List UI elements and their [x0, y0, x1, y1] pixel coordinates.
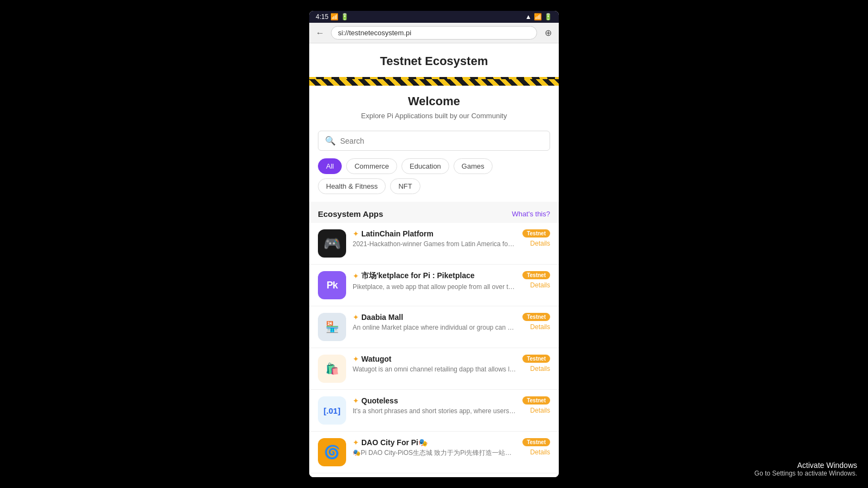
app-desc: An online Market place where individual … [353, 323, 516, 332]
whats-this-link[interactable]: What's this? [512, 210, 550, 218]
filter-commerce[interactable]: Commerce [346, 158, 397, 174]
star-icon: ✦ [353, 396, 359, 405]
app-name: Quoteless [361, 396, 398, 405]
app-info-quoteless: ✦ Quoteless It's a short phrases and sho… [353, 396, 516, 416]
windows-activation-notice: Activate Windows Go to Settings to activ… [755, 461, 857, 477]
status-time: 4:15 📶 🔋 [316, 13, 349, 21]
app-icon-quoteless: [.01] [318, 396, 346, 425]
welcome-heading: Welcome [318, 94, 550, 108]
app-name: 市场'ketplace for Pi : Piketplace [361, 271, 475, 281]
app-badges: Testnet Details [522, 313, 550, 331]
testnet-badge: Testnet [522, 229, 550, 237]
testnet-badge: Testnet [522, 438, 550, 446]
app-name-row: ✦ Watugot [353, 355, 516, 363]
app-badges: Testnet Details [522, 229, 550, 247]
app-list: 🎮 ✦ LatinChain Platform 2021-Hackathon-w… [309, 223, 559, 477]
search-box[interactable]: 🔍 [318, 131, 550, 151]
app-name-row: ✦ 市场'ketplace for Pi : Piketplace [353, 271, 516, 281]
app-desc: Piketplace, a web app that allow people … [353, 282, 516, 292]
app-badges: Testnet Details [522, 396, 550, 414]
section-title: Ecosystem Apps [318, 209, 383, 219]
app-name-row: ✦ DAO City For Pi🎭 [353, 438, 516, 447]
app-desc: 2021-Hackathon-winner Games from Latin A… [353, 240, 516, 249]
app-name-row: ✦ LatinChain Platform [353, 229, 516, 238]
details-link[interactable]: Details [530, 240, 550, 247]
details-link[interactable]: Details [530, 365, 550, 373]
app-icon-daabia: 🏪 [318, 313, 346, 341]
app-desc: Watugot is an omni channel retailing dap… [353, 365, 516, 374]
app-name: Daabia Mall [361, 313, 403, 322]
app-name: DAO City For Pi🎭 [361, 438, 427, 447]
content-area: Testnet Ecosystem Welcome Explore Pi App… [309, 43, 559, 477]
filter-games[interactable]: Games [454, 158, 493, 174]
list-item: Pk ✦ 市场'ketplace for Pi : Piketplace Pik… [309, 265, 559, 306]
back-button[interactable]: ← [314, 27, 327, 40]
star-icon: ✦ [353, 272, 359, 280]
app-info-daabia: ✦ Daabia Mall An online Market place whe… [353, 313, 516, 332]
testnet-badge: Testnet [522, 396, 550, 404]
hazard-stripe [309, 79, 559, 86]
star-icon: ✦ [353, 355, 359, 363]
filter-section: All Commerce Education Games Health & Fi… [309, 158, 559, 202]
list-item: 🛍️ ✦ Watugot Watugot is an omni channel … [309, 348, 559, 390]
testnet-badge: Testnet [522, 313, 550, 321]
url-bar[interactable]: si://testnetecosystem.pi [331, 26, 537, 40]
details-link[interactable]: Details [530, 448, 550, 456]
app-info-piketplace: ✦ 市场'ketplace for Pi : Piketplace Piketp… [353, 271, 516, 292]
filter-education[interactable]: Education [401, 158, 449, 174]
status-bar: 4:15 📶 🔋 ▲ 📶 🔋 [309, 11, 559, 23]
app-info-latinchain: ✦ LatinChain Platform 2021-Hackathon-win… [353, 229, 516, 249]
filter-all[interactable]: All [318, 158, 342, 174]
details-link[interactable]: Details [530, 281, 550, 289]
app-badges: Testnet Details [522, 438, 550, 456]
list-item: 🎤 ✦ Voice of Pi Voice of Pi is a Social … [309, 473, 559, 477]
header-stripe: Testnet Ecosystem [309, 43, 559, 79]
star-icon: ✦ [353, 313, 359, 322]
page-title: Testnet Ecosystem [318, 54, 550, 68]
filter-nft[interactable]: NFT [390, 178, 420, 194]
page-title-section: Testnet Ecosystem [309, 43, 559, 77]
app-desc: 🎭Pi DAO City-PiOS生态城 致力于为Pi先锋打造一站式综合性生态城… [353, 448, 516, 458]
app-name-row: ✦ Quoteless [353, 396, 516, 405]
search-icon: 🔍 [325, 136, 336, 146]
list-item: 🌀 ✦ DAO City For Pi🎭 🎭Pi DAO City-PiOS生态… [309, 432, 559, 473]
app-name: Watugot [361, 355, 391, 363]
browser-bar: ← si://testnetecosystem.pi ⊕ [309, 23, 559, 43]
details-link[interactable]: Details [530, 323, 550, 331]
refresh-button[interactable]: ⊕ [541, 27, 554, 40]
search-container: 🔍 [309, 125, 559, 158]
app-info-watugot: ✦ Watugot Watugot is an omni channel ret… [353, 355, 516, 374]
status-icons: ▲ 📶 🔋 [525, 13, 552, 21]
welcome-subtitle: Explore Pi Applications built by our Com… [318, 112, 550, 120]
app-name-row: ✦ Daabia Mall [353, 313, 516, 322]
windows-subtitle: Go to Settings to activate Windows. [755, 470, 857, 477]
testnet-badge: Testnet [522, 271, 550, 279]
testnet-badge: Testnet [522, 355, 550, 363]
search-input[interactable] [340, 137, 543, 145]
list-item: 🎮 ✦ LatinChain Platform 2021-Hackathon-w… [309, 223, 559, 265]
app-icon-daocity: 🌀 [318, 438, 346, 466]
app-badges: Testnet Details [522, 355, 550, 373]
windows-title: Activate Windows [755, 461, 857, 470]
list-item: 🏪 ✦ Daabia Mall An online Market place w… [309, 306, 559, 348]
app-icon-latinchain: 🎮 [318, 229, 346, 258]
section-header: Ecosystem Apps What's this? [309, 202, 559, 223]
app-name: LatinChain Platform [361, 229, 433, 238]
app-desc: It's a short phrases and short stories a… [353, 407, 516, 416]
app-icon-piketplace: Pk [318, 271, 346, 299]
app-icon-watugot: 🛍️ [318, 355, 346, 383]
app-badges: Testnet Details [522, 271, 550, 289]
phone-container: 4:15 📶 🔋 ▲ 📶 🔋 ← si://testnetecosystem.p… [309, 11, 559, 477]
welcome-section: Welcome Explore Pi Applications built by… [309, 86, 559, 125]
star-icon: ✦ [353, 438, 359, 447]
details-link[interactable]: Details [530, 407, 550, 414]
url-text: si://testnetecosystem.pi [338, 29, 411, 37]
list-item: [.01] ✦ Quoteless It's a short phrases a… [309, 390, 559, 432]
app-info-daocity: ✦ DAO City For Pi🎭 🎭Pi DAO City-PiOS生态城 … [353, 438, 516, 458]
filter-health-fitness[interactable]: Health & Fitness [318, 178, 386, 194]
star-icon: ✦ [353, 229, 359, 238]
